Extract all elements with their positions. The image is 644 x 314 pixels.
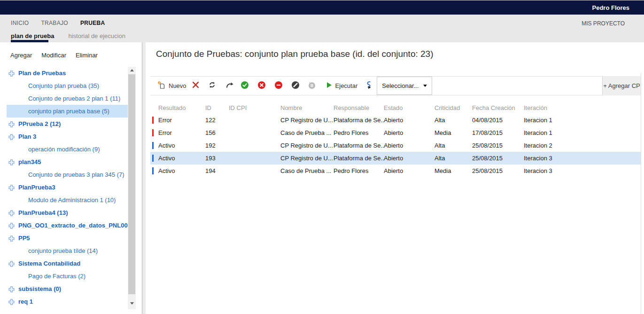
result-indicator-bar xyxy=(152,142,154,149)
table-row[interactable]: Error 156 Caso de Prueba ... Pedro Flore… xyxy=(150,126,641,139)
run-with-options-button[interactable] xyxy=(365,81,372,91)
tab-historial-de-ejecucion[interactable]: historial de ejecucion xyxy=(68,32,125,39)
run-icon xyxy=(326,82,332,90)
cell-fecha-creacion: 25/08/2015 xyxy=(472,142,524,149)
agregar-cp-button[interactable]: + Agregar CP xyxy=(602,76,641,95)
tab-plan-de-prueba[interactable]: plan de prueba xyxy=(11,32,54,39)
modificar-button[interactable]: Modificar xyxy=(41,52,66,59)
nav-item-inicio[interactable]: INICIO xyxy=(11,20,29,26)
test-plan-sidebar: Agregar Modificar Eliminar Plan de Prueb… xyxy=(0,42,142,314)
tree-item[interactable]: Plan 3 xyxy=(7,130,128,143)
tree-item[interactable]: subsistema (0) xyxy=(7,283,128,295)
mark-not-applicable-button[interactable] xyxy=(292,81,299,91)
new-icon xyxy=(157,81,165,91)
cell-nombre: CP Registro de U... xyxy=(280,117,334,124)
cell-responsable: Pedro Flores xyxy=(334,129,384,136)
cell-id: 156 xyxy=(205,129,229,136)
tree-item-selected[interactable]: conjunto plan prueba base (5) xyxy=(7,105,128,118)
redo-icon xyxy=(226,82,233,90)
tree-item-label: Pago de Facturas (2) xyxy=(28,273,85,280)
tree-item[interactable]: PP5 xyxy=(7,232,128,244)
not-applicable-icon xyxy=(292,81,299,91)
eliminar-button[interactable]: Eliminar xyxy=(76,52,98,59)
column-header-responsable[interactable]: Responsable xyxy=(334,104,384,111)
pause-button[interactable] xyxy=(308,81,315,91)
nuevo-button[interactable]: Nuevo xyxy=(157,81,186,91)
cell-fecha-creacion: 04/08/2015 xyxy=(472,117,524,124)
ejecutar-label: Ejecutar xyxy=(335,82,358,89)
nav-item-mis-proyecto[interactable]: MIS PROYECTO xyxy=(582,20,625,27)
scroll-up-icon[interactable] xyxy=(128,67,136,73)
agregar-button[interactable]: Agregar xyxy=(10,52,32,59)
column-header-id[interactable]: ID xyxy=(205,104,229,111)
table-row[interactable]: Activo 194 Caso de Prueba ... Pedro Flor… xyxy=(150,165,641,177)
sidebar-splitter[interactable] xyxy=(142,42,146,314)
result-indicator-bar xyxy=(152,129,154,136)
refresh-button[interactable] xyxy=(209,81,216,90)
user-name[interactable]: Pedro Flores xyxy=(592,4,629,11)
tree-item[interactable]: conjunto prueba tílde (14) xyxy=(7,244,128,257)
column-header-id-cpi[interactable]: ID CPI xyxy=(229,104,280,111)
table-row[interactable]: Error 122 CP Registro de U... Plataforma… xyxy=(150,114,641,126)
tree-item-label: Plan de Pruebas xyxy=(18,70,66,77)
cell-fecha-creacion: 25/08/2015 xyxy=(472,167,524,174)
tree-item[interactable]: Sistema Contabilidad xyxy=(7,257,128,270)
top-bar: Pedro Flores xyxy=(0,0,644,15)
plus-icon xyxy=(8,121,15,127)
tree-item[interactable]: Modulo de Administracion 1 (10) xyxy=(7,194,128,206)
table-row[interactable]: Activo 192 CP Registro de U... Plataform… xyxy=(150,139,641,152)
nav-item-trabajo[interactable]: TRABAJO xyxy=(41,20,68,26)
tree-item[interactable]: Conjunto de pruebas 3 plan 345 (7) xyxy=(7,168,128,181)
tree-item[interactable]: Conjunto de pruebas 2 plan 1 (11) xyxy=(7,92,128,105)
seleccionar-dropdown[interactable]: Seleccionar... xyxy=(377,77,432,95)
tree-item[interactable]: PlanPrueba3 xyxy=(7,181,128,194)
scroll-down-icon[interactable] xyxy=(128,300,136,306)
grid-scrollbar-track[interactable] xyxy=(641,73,644,314)
tree-item[interactable]: PlanPrueba4 (13) xyxy=(7,206,128,219)
cell-resultado: Activo xyxy=(158,167,175,174)
tree-item[interactable]: plan345 xyxy=(7,156,128,168)
block-icon xyxy=(275,81,282,91)
tree-item[interactable]: operación modificación (9) xyxy=(7,143,128,156)
plus-icon xyxy=(8,286,15,292)
cell-estado: Abierto xyxy=(384,167,435,174)
result-indicator-bar xyxy=(152,155,154,162)
plus-icon xyxy=(8,298,15,305)
page-title: Conjunto de Pruebas: conjunto plan prueb… xyxy=(156,49,433,59)
mark-failed-button[interactable] xyxy=(258,81,265,91)
cell-criticidad: Media xyxy=(435,167,472,174)
column-header-resultado[interactable]: Resultado xyxy=(150,104,205,111)
tree-item-label: PP5 xyxy=(18,235,30,242)
ejecutar-button[interactable]: Ejecutar xyxy=(326,82,358,90)
tree-item[interactable]: Plan de Pruebas xyxy=(7,67,128,79)
column-header-fecha-creacion[interactable]: Fecha Creación xyxy=(472,104,524,111)
mark-blocked-button[interactable] xyxy=(275,81,282,91)
tree-item-label: operación modificación (9) xyxy=(28,146,100,153)
tree-item-label: subsistema (0) xyxy=(18,285,61,292)
column-header-criticidad[interactable]: Criticidad xyxy=(435,104,472,111)
delete-button[interactable] xyxy=(192,81,199,90)
tree-item[interactable]: req 1 xyxy=(7,295,128,308)
column-header-estado[interactable]: Estado xyxy=(384,104,435,111)
grid-header-row: Resultado ID ID CPI Nombre Responsable E… xyxy=(150,102,641,114)
tree-item[interactable]: PPrueba 2 (12) xyxy=(7,118,128,130)
refresh-icon xyxy=(209,81,216,90)
seleccionar-dropdown-value: Seleccionar... xyxy=(382,82,419,89)
mark-passed-button[interactable] xyxy=(241,81,248,91)
sidebar-actions: Agregar Modificar Eliminar xyxy=(10,52,98,59)
cell-resultado: Error xyxy=(158,129,172,136)
column-header-iteracion[interactable]: Iteración xyxy=(524,104,641,111)
sidebar-scrollbar[interactable] xyxy=(128,67,136,309)
table-row-selected[interactable]: Activo 193 CP Registro de U... Plataform… xyxy=(150,152,641,165)
tree-item-label: Plan 3 xyxy=(18,133,36,140)
cell-id: 193 xyxy=(205,155,229,162)
nuevo-label: Nuevo xyxy=(169,82,186,89)
scrollbar-thumb[interactable] xyxy=(128,74,135,294)
redo-button[interactable] xyxy=(226,82,233,90)
tree-item[interactable]: PNG_OO1_extracto_de_datos_PNL001_... xyxy=(7,219,128,232)
tree-item[interactable]: Conjunto plan prueba (35) xyxy=(7,79,128,92)
column-header-nombre[interactable]: Nombre xyxy=(280,104,334,111)
plus-icon xyxy=(8,235,15,241)
nav-item-prueba[interactable]: PRUEBA xyxy=(80,20,105,26)
tree-item[interactable]: Pago de Facturas (2) xyxy=(7,270,128,283)
